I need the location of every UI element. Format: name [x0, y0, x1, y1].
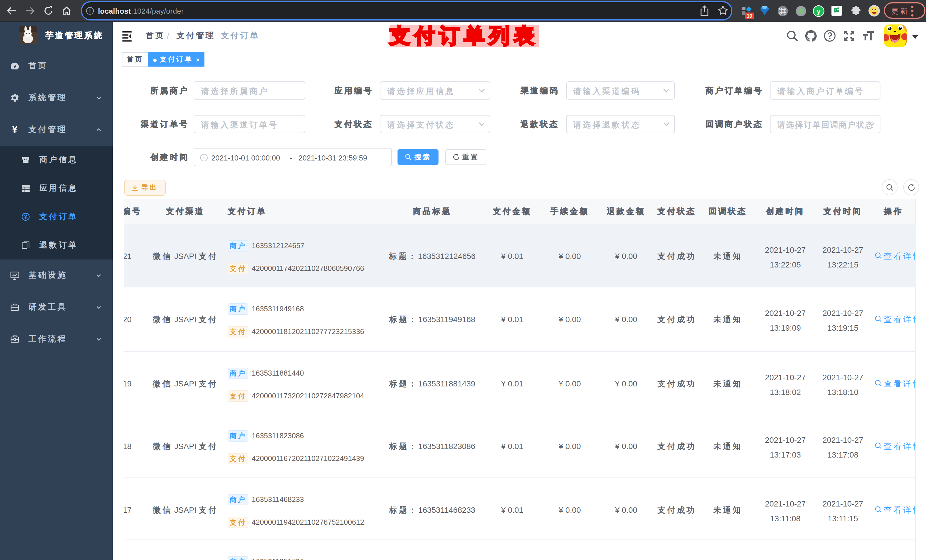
svg-text:y: y	[817, 7, 821, 15]
svg-text:¥: ¥	[24, 214, 27, 220]
